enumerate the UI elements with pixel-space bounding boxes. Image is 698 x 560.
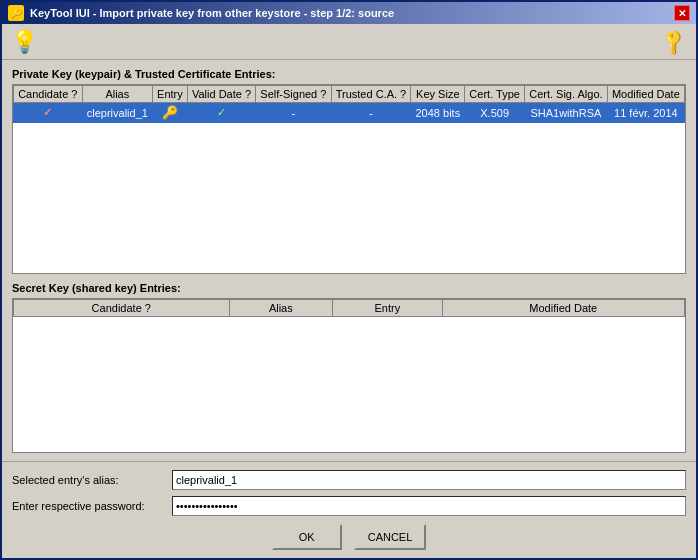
title-bar: 🔑 KeyTool IUI - Import private key from … (2, 2, 696, 24)
table-cell: ✓ (14, 103, 83, 123)
secret-key-header-row: Candidate ? Alias Entry Modified Date (14, 299, 685, 316)
secret-key-table: Candidate ? Alias Entry Modified Date (13, 299, 685, 317)
password-row: Enter respective password: (12, 496, 686, 516)
sk-col-alias: Alias (229, 299, 333, 316)
alias-input[interactable] (172, 470, 686, 490)
app-icon: 🔑 (8, 5, 24, 21)
table-cell: SHA1withRSA (525, 103, 608, 123)
table-cell: 2048 bits (411, 103, 465, 123)
alias-row: Selected entry's alias: (12, 470, 686, 490)
private-key-header-row: Candidate ? Alias Entry Valid Date ? Sel… (14, 86, 685, 103)
cancel-button[interactable]: CANCEL (354, 524, 427, 550)
button-row: OK CANCEL (12, 524, 686, 550)
password-input[interactable] (172, 496, 686, 516)
sk-col-modified-date: Modified Date (442, 299, 684, 316)
private-key-section-title: Private Key (keypair) & Trusted Certific… (12, 68, 686, 80)
ok-button[interactable]: OK (272, 524, 342, 550)
col-valid-date: Valid Date ? (187, 86, 255, 103)
sk-col-entry: Entry (333, 299, 442, 316)
table-cell: 11 févr. 2014 (607, 103, 684, 123)
toolbar: 💡 🔑 (2, 24, 696, 60)
col-cert-type: Cert. Type (465, 86, 525, 103)
private-key-table-container[interactable]: Candidate ? Alias Entry Valid Date ? Sel… (12, 84, 686, 274)
window-title: KeyTool IUI - Import private key from ot… (30, 7, 394, 19)
table-cell: 🔑 (153, 103, 188, 123)
private-key-section: Private Key (keypair) & Trusted Certific… (12, 68, 686, 274)
bulb-icon: 💡 (10, 28, 38, 56)
table-cell: X.509 (465, 103, 525, 123)
table-cell: - (256, 103, 331, 123)
secret-key-table-container[interactable]: Candidate ? Alias Entry Modified Date (12, 298, 686, 453)
secret-key-section-title: Secret Key (shared key) Entries: (12, 282, 686, 294)
col-trusted-ca: Trusted C.A. ? (331, 86, 411, 103)
sk-col-candidate: Candidate ? (14, 299, 230, 316)
col-key-size: Key Size (411, 86, 465, 103)
table-cell: - (331, 103, 411, 123)
main-window: 🔑 KeyTool IUI - Import private key from … (0, 0, 698, 560)
table-row[interactable]: ✓cleprivalid_1🔑✓--2048 bitsX.509SHA1with… (14, 103, 685, 123)
password-label: Enter respective password: (12, 500, 172, 512)
col-modified-date: Modified Date (607, 86, 684, 103)
secret-key-section: Secret Key (shared key) Entries: Candida… (12, 282, 686, 453)
main-content: Private Key (keypair) & Trusted Certific… (2, 60, 696, 461)
title-bar-left: 🔑 KeyTool IUI - Import private key from … (8, 5, 394, 21)
col-candidate: Candidate ? (14, 86, 83, 103)
col-entry: Entry (153, 86, 188, 103)
private-key-table: Candidate ? Alias Entry Valid Date ? Sel… (13, 85, 685, 123)
bottom-section: Selected entry's alias: Enter respective… (2, 461, 696, 558)
table-cell: ✓ (187, 103, 255, 123)
col-alias: Alias (82, 86, 152, 103)
key-icon: 🔑 (660, 28, 688, 56)
col-cert-sig-algo: Cert. Sig. Algo. (525, 86, 608, 103)
table-cell: cleprivalid_1 (82, 103, 152, 123)
close-button[interactable]: ✕ (674, 5, 690, 21)
col-self-signed: Self-Signed ? (256, 86, 331, 103)
alias-label: Selected entry's alias: (12, 474, 172, 486)
